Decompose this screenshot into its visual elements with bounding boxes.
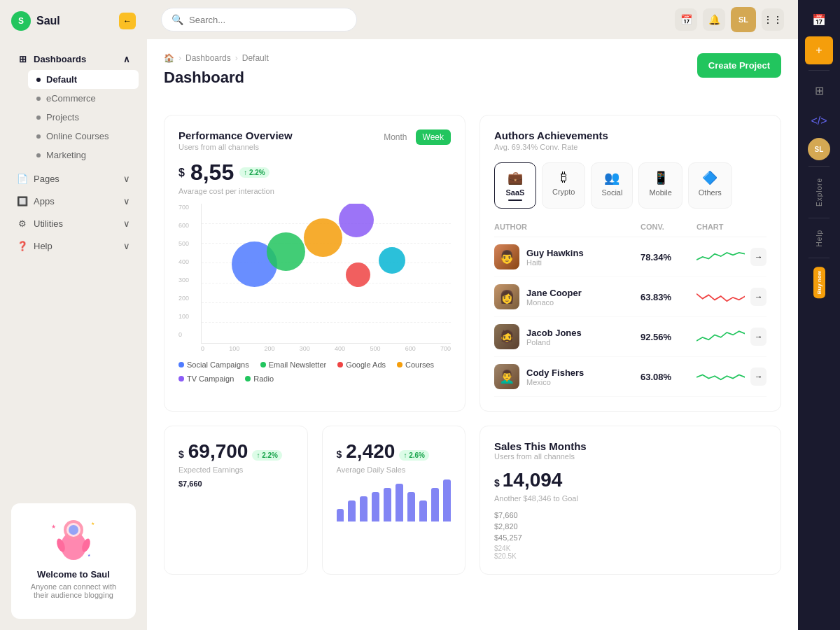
svg-text:★: ★ [88, 553, 91, 557]
dot-projects [36, 115, 41, 120]
chevron-up-icon: ∧ [123, 54, 130, 64]
rs-help-label[interactable]: Help [816, 224, 823, 253]
cat-tab-mobile[interactable]: 📱 Mobile [638, 162, 682, 209]
social-icon: 👥 [604, 170, 620, 186]
chevron-down-utilities-icon: ∨ [123, 218, 130, 229]
bar-7 [407, 492, 415, 522]
conv-rate-jacob: 92.56% [640, 332, 696, 342]
expected-earnings-card: $ 69,700 ↑ 2.2% Expected Earnings $7,660 [164, 426, 308, 575]
avatar-guy: 👨 [494, 244, 519, 270]
metric-value: $ 8,55 ↑ 2.2% [178, 160, 451, 186]
sidebar-logo: S Saul [11, 11, 60, 31]
sidebar-item-online-courses[interactable]: Online Courses [28, 127, 139, 146]
breadcrumb-dashboards[interactable]: Dashboards [186, 53, 231, 63]
rs-buy-now-btn[interactable]: Buy now [813, 267, 825, 298]
utilities-icon: ⚙ [17, 218, 28, 229]
mini-chart-guy: → [696, 246, 766, 267]
view-btn-guy[interactable]: → [750, 248, 766, 266]
sidebar-item-projects[interactable]: Projects [28, 108, 139, 127]
view-btn-jacob[interactable]: → [750, 328, 766, 346]
cat-tab-others[interactable]: 🔷 Others [688, 162, 732, 209]
cat-tab-social[interactable]: 👥 Social [591, 162, 633, 209]
view-btn-jane[interactable]: → [750, 288, 766, 306]
cat-tab-crypto[interactable]: ₿ Crypto [542, 162, 585, 209]
help-icon: ❓ [17, 240, 28, 251]
page-header-left: 🏠 › Dashboards › Default Dashboard [164, 53, 269, 101]
search-box[interactable]: 🔍 [161, 8, 357, 31]
sidebar-item-pages[interactable]: 📄 Pages ∨ [8, 167, 139, 190]
chevron-down-apps-icon: ∨ [123, 196, 130, 206]
perf-tabs: Month Week [377, 130, 451, 145]
perf-title-area: Performance Overview Users from all chan… [178, 130, 293, 151]
calendar-icon-btn[interactable]: 📅 [675, 8, 697, 31]
view-btn-cody[interactable]: → [750, 368, 766, 386]
welcome-title: Welcome to Saul [22, 569, 125, 580]
cat-tab-saas[interactable]: 💼 SaaS [494, 162, 536, 209]
crypto-icon: ₿ [561, 170, 567, 185]
sidebar-item-default[interactable]: Default [28, 70, 139, 89]
tab-month[interactable]: Month [377, 130, 414, 145]
topbar: 🔍 📅 🔔 SL ⋮⋮ [147, 0, 798, 39]
legend-courses: Courses [397, 360, 434, 369]
logo-icon: S [11, 11, 31, 31]
nav-section-dashboards: ⊞ Dashboards ∧ Default eCommerce Project… [8, 48, 139, 164]
sales-subtitle: Users from all channels [494, 452, 766, 461]
bar-5 [384, 488, 391, 522]
legend-dot-radio [245, 376, 251, 382]
sidebar-item-dashboards[interactable]: ⊞ Dashboards ∧ [8, 48, 139, 70]
stats-grid: $ 69,700 ↑ 2.2% Expected Earnings $7,660… [164, 426, 465, 575]
legend-radio: Radio [245, 374, 274, 383]
legend-dot-tv [178, 376, 184, 382]
daily-sales-bars [337, 479, 451, 522]
apps-icon: 🔲 [17, 195, 28, 206]
grid-icon-btn[interactable]: ⋮⋮ [762, 8, 784, 31]
sidebar-item-marketing[interactable]: Marketing [28, 146, 139, 164]
legend-dot-social [178, 362, 184, 368]
legend-google: Google Ads [337, 360, 386, 369]
sidebar-bottom: ★ ★ ★ Welcome to Saul Anyone can connect… [0, 492, 147, 630]
bar-8 [419, 500, 427, 522]
chevron-down-pages-icon: ∨ [123, 174, 130, 184]
sidebar-item-apps[interactable]: 🔲 Apps ∨ [8, 190, 139, 212]
table-row: 🧔 Jacob Jones Poland 92.56% → [494, 317, 766, 357]
metric-badge: ↑ 2.2% [239, 167, 270, 178]
x-axis-labels: 0100200300400500600700 [201, 345, 451, 352]
bubble-courses [304, 218, 342, 257]
create-project-button[interactable]: Create Project [697, 53, 781, 78]
right-sidebar: 📅 + ⊞ </> SL Explore Help Buy now [798, 0, 840, 630]
author-text-jacob: Jacob Jones Poland [526, 328, 582, 346]
bubble-radio [379, 247, 405, 274]
sidebar-toggle-btn[interactable]: ← [119, 13, 136, 29]
rs-grid-icon[interactable]: ⊞ [805, 76, 833, 104]
bar-4 [372, 492, 379, 522]
dashboard-icon: ⊞ [17, 53, 28, 64]
rs-avatar-icon[interactable]: SL [808, 138, 830, 160]
rs-add-icon[interactable]: + [805, 36, 833, 64]
sidebar-item-help[interactable]: ❓ Help ∨ [8, 234, 139, 257]
rs-explore-label[interactable]: Explore [816, 172, 823, 212]
sidebar-item-utilities[interactable]: ⚙ Utilities ∨ [8, 212, 139, 234]
dot-courses [36, 134, 41, 139]
content-wrapper: 🏠 › Dashboards › Default Dashboard Creat… [147, 39, 798, 630]
tab-week[interactable]: Week [416, 130, 451, 145]
sidebar-item-ecommerce[interactable]: eCommerce [28, 89, 139, 108]
rs-calendar-icon[interactable]: 📅 [805, 6, 833, 34]
user-avatar[interactable]: SL [731, 7, 756, 32]
notifications-icon-btn[interactable]: 🔔 [703, 8, 725, 31]
authors-header: Authors Achievements Avg. 69.34% Conv. R… [494, 130, 766, 151]
mini-chart-jane: → [696, 286, 766, 307]
sales-big-value: $ 14,094 [494, 469, 766, 491]
rs-sep-2 [808, 166, 830, 167]
rs-code-icon[interactable]: </> [805, 107, 833, 135]
breadcrumb-current: Default [242, 53, 269, 63]
topbar-right: 📅 🔔 SL ⋮⋮ [675, 7, 784, 32]
svg-text:★: ★ [51, 524, 56, 530]
page-header: 🏠 › Dashboards › Default Dashboard Creat… [164, 53, 781, 101]
bottom-cards: $ 69,700 ↑ 2.2% Expected Earnings $7,660… [164, 426, 781, 575]
search-input[interactable] [189, 15, 346, 25]
page-title: Dashboard [164, 69, 269, 87]
table-row: 👨‍🦱 Cody Fishers Mexico 63.08% → [494, 357, 766, 397]
table-row: 👨 Guy Hawkins Haiti 78.34% → [494, 237, 766, 277]
sidebar-header: S Saul ← [0, 0, 147, 42]
author-text-guy: Guy Hawkins Haiti [526, 248, 584, 267]
